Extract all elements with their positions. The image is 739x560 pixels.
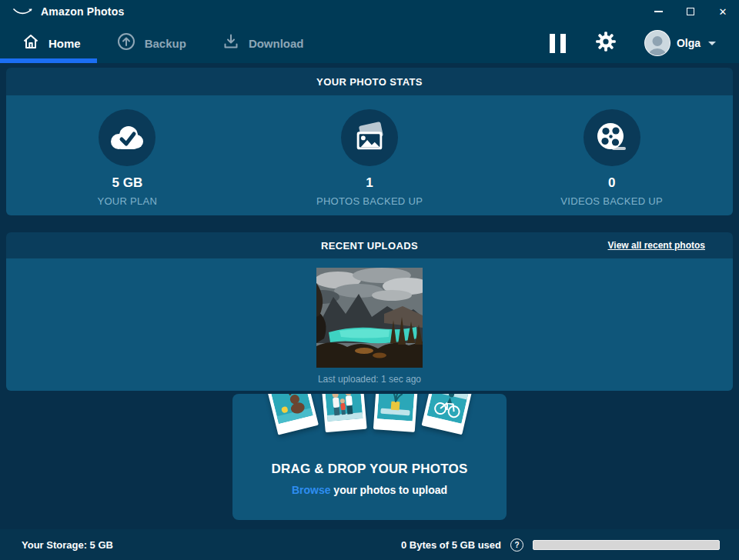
photo-stats-title: YOUR PHOTO STATS xyxy=(316,76,423,88)
view-all-recent-photos-link[interactable]: View all recent photos xyxy=(608,240,705,251)
dropzone-title: DRAG & DROP YOUR PHOTOS xyxy=(232,462,507,477)
pause-icon xyxy=(550,34,555,53)
active-tab-indicator xyxy=(0,58,97,63)
browse-link[interactable]: Browse xyxy=(292,484,331,496)
stat-videos: 0 VIDEOS BACKED UP xyxy=(490,95,733,215)
drag-drop-zone[interactable]: DRAG & DROP YOUR PHOTOS Browse your phot… xyxy=(232,394,507,520)
stat-plan: 5 GB YOUR PLAN xyxy=(6,95,249,215)
last-uploaded-caption: Last uploaded: 1 sec ago xyxy=(318,374,421,385)
plan-label: YOUR PLAN xyxy=(97,195,157,207)
settings-button[interactable] xyxy=(595,31,617,55)
minimize-icon xyxy=(654,11,663,12)
recent-uploads-panel: RECENT UPLOADS View all recent photos xyxy=(6,232,733,391)
storage-progress-bar xyxy=(533,540,720,550)
maximize-button[interactable] xyxy=(674,0,707,23)
close-button[interactable]: ✕ xyxy=(707,0,739,23)
status-bar: Your Storage: 5 GB 0 Bytes of 5 GB used … xyxy=(0,529,739,560)
usage-text: 0 Bytes of 5 GB used xyxy=(401,539,501,551)
videos-value: 0 xyxy=(608,175,615,191)
gear-icon xyxy=(595,31,617,55)
dropzone-subtitle: Browse your photos to upload xyxy=(232,484,507,496)
polaroids-illustration xyxy=(232,394,507,431)
nav-right-controls: Olga xyxy=(548,30,716,56)
photos-value: 1 xyxy=(366,175,373,191)
polaroid-plant-icon xyxy=(373,394,417,432)
window-controls: ✕ xyxy=(642,0,739,23)
film-reel-icon xyxy=(584,109,640,166)
recent-uploads-body: Last uploaded: 1 sec ago xyxy=(6,258,733,391)
tab-home[interactable]: Home xyxy=(22,32,81,54)
avatar xyxy=(644,30,670,56)
dropzone-subtitle-rest: your photos to upload xyxy=(330,484,447,496)
plan-value: 5 GB xyxy=(112,175,142,191)
tab-home-label: Home xyxy=(48,37,81,50)
maximize-icon xyxy=(687,8,694,15)
help-icon[interactable]: ? xyxy=(510,538,523,552)
storage-label: Your Storage: 5 GB xyxy=(22,539,113,551)
photos-icon xyxy=(341,109,398,166)
navbar: Home Backup Download xyxy=(0,23,739,63)
polaroid-cyclist-icon xyxy=(421,394,473,435)
amazon-smile-logo-icon xyxy=(13,7,33,17)
minimize-button[interactable] xyxy=(642,0,674,23)
user-menu[interactable]: Olga xyxy=(644,30,716,56)
tab-download-label: Download xyxy=(249,37,304,50)
close-icon: ✕ xyxy=(719,7,727,17)
download-icon xyxy=(222,32,240,54)
cloud-check-icon xyxy=(99,109,155,166)
polaroid-dog-icon xyxy=(266,394,319,435)
stat-photos: 1 PHOTOS BACKED UP xyxy=(249,95,491,215)
photos-label: PHOTOS BACKED UP xyxy=(316,195,423,207)
pause-button[interactable] xyxy=(548,32,567,55)
tab-backup[interactable]: Backup xyxy=(116,32,186,55)
top-chrome: Amazon Photos ✕ Home xyxy=(0,0,739,63)
app-title: Amazon Photos xyxy=(41,5,124,18)
status-right: 0 Bytes of 5 GB used ? xyxy=(401,538,720,552)
recent-uploads-header: RECENT UPLOADS View all recent photos xyxy=(6,232,733,258)
photo-stats-header: YOUR PHOTO STATS xyxy=(6,68,733,95)
videos-label: VIDEOS BACKED UP xyxy=(560,195,663,207)
photo-stats-body: 5 GB YOUR PLAN 1 PHOTOS BACKED UP xyxy=(6,95,733,215)
recent-uploads-title: RECENT UPLOADS xyxy=(321,240,418,252)
titlebar: Amazon Photos ✕ xyxy=(0,0,739,23)
backup-icon xyxy=(116,32,136,55)
user-name: Olga xyxy=(677,37,701,49)
tab-download[interactable]: Download xyxy=(222,32,304,54)
chevron-down-icon xyxy=(708,42,716,45)
recent-photo-thumbnail[interactable] xyxy=(316,268,423,368)
home-icon xyxy=(22,32,40,54)
polaroid-family-icon xyxy=(321,394,366,432)
tab-backup-label: Backup xyxy=(145,37,186,50)
photo-stats-panel: YOUR PHOTO STATS 5 GB YOUR PLAN xyxy=(6,68,733,215)
